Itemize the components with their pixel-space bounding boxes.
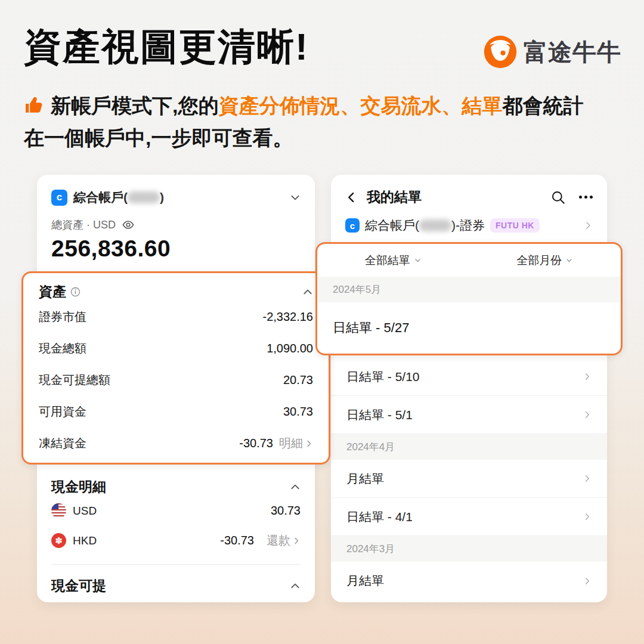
cash-details-section: 現金明細 USD 30.73 ✽ HKD -30.73 還款	[37, 465, 315, 556]
hk-flag-icon: ✽	[51, 533, 66, 548]
statements-highlight-box: 全部結單 全部月份 2024年5月 日結單 - 5/27	[315, 242, 623, 355]
total-assets-value: 256,836.60	[37, 232, 315, 262]
statement-row-daily-510[interactable]: 日結單 - 5/10	[331, 358, 607, 396]
intro-line2: 在一個帳戶中,一步即可查看。	[24, 126, 293, 149]
page-title: 資產視圖更清晰!	[24, 26, 309, 67]
asset-row-available-funds: 可用資金 30.73	[39, 396, 313, 428]
brand-logo: 富途牛牛	[483, 35, 621, 69]
assets-section-highlight-box: 資產 證券市值 -2,332.16 現金總額 1,090.00 現金可提總額 2	[21, 271, 330, 465]
asset-row-cash-total: 現金總額 1,090.00	[39, 333, 313, 364]
headline-wrap: 資產視圖更清晰!	[24, 26, 309, 67]
chevron-right-icon	[583, 512, 592, 521]
chevron-up-icon[interactable]	[290, 482, 301, 493]
futu-bull-icon	[483, 35, 518, 69]
asset-row-securities: 證券市值 -2,332.16	[39, 301, 313, 333]
caret-down-icon	[565, 256, 573, 264]
promo-page: 資產視圖更清晰! 富途牛牛 新帳戶模式下,您的資產分佈情況、交易流水、結單都會統…	[0, 0, 644, 644]
chevron-right-icon	[305, 439, 313, 448]
total-assets-label-row: 總資產 · USD	[37, 206, 315, 232]
statement-row-daily-41[interactable]: 日結單 - 4/1	[331, 498, 607, 536]
total-assets-label: 總資產 · USD	[51, 218, 116, 232]
intro-pre: 新帳戶模式下,您的	[51, 94, 218, 117]
chevron-right-icon	[583, 221, 593, 230]
repay-link[interactable]: 還款	[267, 532, 301, 549]
statement-row-monthly-mar[interactable]: 月結單	[331, 562, 607, 600]
statements-list: 日結單 - 5/10 日結單 - 5/1 2024年4月 月結單 日結單 - 4…	[331, 358, 607, 600]
account-selector[interactable]: c 綜合帳戶()	[37, 175, 315, 206]
eye-icon[interactable]	[122, 218, 135, 231]
account-icon: c	[345, 218, 360, 233]
filter-statement-type[interactable]: 全部結單	[317, 244, 469, 277]
statements-account-row[interactable]: c 綜合帳戶()-證券 FUTU HK	[331, 206, 607, 234]
statements-card: 我的結單 c 綜合帳戶()-證券 FUTU HK 全部結單	[331, 175, 607, 602]
intro-text: 新帳戶模式下,您的資產分佈情況、交易流水、結單都會統計 在一個帳戶中,一步即可查…	[24, 89, 623, 154]
chevron-right-icon	[583, 372, 592, 381]
account-name: 綜合帳戶()	[73, 189, 164, 206]
chevron-right-icon	[292, 537, 301, 545]
statement-row-monthly-apr[interactable]: 月結單	[331, 460, 607, 498]
month-band: 2024年4月	[331, 434, 607, 460]
statement-row-daily-51[interactable]: 日結單 - 5/1	[331, 396, 607, 434]
statements-nav-bar: 我的結單	[331, 175, 607, 206]
brand-name: 富途牛牛	[524, 36, 621, 69]
search-icon[interactable]	[550, 190, 566, 205]
account-icon: c	[51, 190, 67, 206]
redacted-account-number	[419, 219, 451, 231]
more-options-icon[interactable]	[575, 196, 593, 199]
cash-details-title: 現金明細	[51, 478, 106, 496]
statement-row-daily-527[interactable]: 日結單 - 5/27	[317, 302, 621, 354]
info-icon[interactable]	[70, 287, 80, 297]
statements-filters: 全部結單 全部月份	[317, 244, 621, 277]
thumbs-up-icon	[24, 94, 46, 116]
statements-account-name: 綜合帳戶()-證券	[365, 217, 485, 234]
caret-down-icon	[414, 256, 422, 264]
filter-month[interactable]: 全部月份	[469, 244, 621, 277]
asset-row-frozen-funds: 凍結資金 -30.73 明細	[39, 428, 313, 459]
currency-row-hkd: ✽ HKD -30.73 還款	[51, 525, 301, 556]
asset-row-withdrawable-total: 現金可提總額 20.73	[39, 364, 313, 396]
chevron-down-icon[interactable]	[290, 192, 301, 203]
chevron-right-icon	[583, 410, 592, 419]
cash-withdrawable-title: 現金可提	[51, 577, 106, 595]
intro-post: 都會統計	[502, 94, 583, 117]
chevron-up-icon[interactable]	[290, 581, 301, 592]
detail-link[interactable]: 明細	[279, 435, 313, 451]
chevron-right-icon	[583, 577, 592, 586]
chevron-up-icon[interactable]	[302, 287, 313, 298]
month-band: 2024年5月	[317, 277, 621, 302]
assets-section-title: 資產	[39, 283, 66, 301]
month-band: 2024年3月	[331, 536, 607, 562]
cash-withdrawable-header[interactable]: 現金可提	[37, 565, 315, 595]
statements-title: 我的結單	[367, 188, 422, 206]
asset-overview-card: c 綜合帳戶() 總資產 · USD 256,836.60 資產	[37, 175, 315, 602]
currency-row-usd: USD 30.73	[51, 496, 301, 525]
chevron-right-icon	[583, 474, 592, 483]
intro-highlight: 資產分佈情況、交易流水、結單	[218, 94, 502, 117]
assets-section-header[interactable]: 資產	[39, 283, 313, 301]
market-badge: FUTU HK	[490, 218, 540, 233]
back-icon[interactable]	[345, 191, 357, 203]
us-flag-icon	[51, 503, 66, 518]
cash-details-header[interactable]: 現金明細	[51, 478, 301, 496]
redacted-account-number	[128, 191, 160, 203]
